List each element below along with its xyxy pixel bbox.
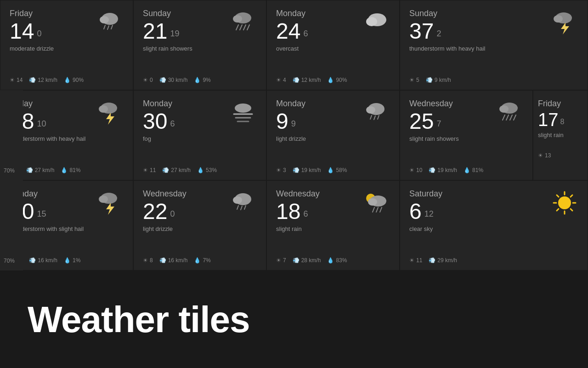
tile-day: Friday <box>10 9 54 18</box>
svg-line-10 <box>247 25 249 30</box>
svg-line-25 <box>370 115 372 119</box>
humidity-icon: 💧 <box>327 77 334 83</box>
svg-line-56 <box>557 209 559 211</box>
svg-line-53 <box>557 195 559 197</box>
weather-icon-sun <box>551 189 578 217</box>
wind-icon: 💨 <box>429 257 435 264</box>
tile-footer: ☀ 8 💨 16 km/h 💧 7% <box>143 257 257 264</box>
tile-day: Wednesday <box>143 189 187 199</box>
svg-point-17 <box>99 105 108 113</box>
uv-item: ☀ 14 <box>10 77 23 83</box>
svg-marker-15 <box>561 23 569 34</box>
tile-temp-low: 7 <box>436 119 441 129</box>
humidity-value: 90% <box>73 77 84 83</box>
tile-temp: 9 <box>276 110 288 132</box>
uv-value: 3 <box>283 167 286 173</box>
wind-item: 💨 16 km/h <box>29 257 57 264</box>
wind-icon: 💨 <box>426 77 433 83</box>
humidity-value: 90% <box>336 77 347 83</box>
weather-tile-r1c1: Friday 14 0 moderate drizzle <box>0 0 133 90</box>
tile-day: Monday <box>276 99 306 109</box>
tile-temp-low: 6 <box>303 29 308 39</box>
humidity-item: 💧 58% <box>327 167 347 173</box>
tile-temp: 18 <box>276 201 300 223</box>
tile-temp: 22 <box>143 201 167 223</box>
tile-footer: ☀ 10 💨 19 km/h 💧 81% <box>409 167 523 173</box>
wind-icon: 💨 <box>29 77 36 83</box>
tile-footer: ☀ 11 💨 29 km/h <box>409 257 578 264</box>
svg-line-55 <box>571 195 572 197</box>
svg-point-44 <box>368 198 377 206</box>
uv-item: ☀ 11 <box>143 167 156 173</box>
tile-temp: 17 <box>538 110 559 129</box>
wind-value: 19 km/h <box>301 167 321 173</box>
wind-item: 💨 27 km/h <box>26 167 55 173</box>
tile-desc: thunderstorm with heavy hail <box>409 45 485 52</box>
humidity-item: 💧 81% <box>464 167 483 173</box>
svg-point-12 <box>366 17 377 26</box>
svg-point-24 <box>366 106 375 114</box>
tile-day: Saturday <box>409 189 442 199</box>
weather-icon-sun-rain <box>362 189 390 217</box>
tile-day: Sunday <box>409 9 485 18</box>
weather-icon-drizzle3 <box>229 189 257 217</box>
wind-icon: 💨 <box>293 257 300 264</box>
tile-footer: ☀ 5 💨 9 km/h <box>409 77 578 83</box>
tile-temp: 25 <box>409 110 434 132</box>
humidity-value: 58% <box>336 167 347 173</box>
wind-item: 💨 28 km/h <box>293 257 321 264</box>
tile-temp-low: 0 <box>170 209 175 219</box>
uv-icon: ☀ <box>10 77 15 83</box>
humidity-item: 💧 90% <box>64 77 84 83</box>
weather-icon-thunder2 <box>96 99 124 126</box>
uv-value: 7 <box>283 257 286 264</box>
tile-temp-low: 6 <box>170 119 175 129</box>
tile-desc: slight rain showers <box>409 135 459 142</box>
tile-footer: ☀ 14 💨 12 km/h 💧 90% <box>10 77 124 83</box>
tile-temp: 6 <box>409 201 422 223</box>
weather-tile-r2c3: Monday 9 9 light drizzle <box>266 90 400 180</box>
wind-item: 💨 16 km/h <box>159 257 188 264</box>
svg-line-8 <box>240 25 242 30</box>
wind-icon: 💨 <box>159 257 166 264</box>
left-partial-r2: 70% <box>0 90 23 180</box>
tile-temp-low: 6 <box>303 209 308 219</box>
tile-day: Monday <box>143 99 175 109</box>
tile-day: Monday <box>276 9 308 18</box>
tile-desc: slight rain showers <box>143 45 192 52</box>
wind-item: 💨 12 km/h <box>29 77 57 83</box>
page-title: Weather tiles <box>28 299 249 341</box>
uv-value: 8 <box>150 257 153 264</box>
humidity-partial2: 70% <box>4 258 15 264</box>
svg-line-45 <box>373 207 374 212</box>
svg-point-6 <box>233 15 242 23</box>
uv-icon: ☀ <box>538 152 543 159</box>
wind-item: 💨 30 km/h <box>159 77 188 83</box>
weather-tile-r2c4: Wednesday 25 7 slight rain showers <box>400 90 533 180</box>
uv-icon: ☀ <box>276 167 281 173</box>
uv-value: 0 <box>150 77 153 83</box>
tile-day: Sunday <box>143 9 192 18</box>
wind-value: 16 km/h <box>168 257 188 264</box>
weather-icon-fog <box>229 99 257 126</box>
weather-icon-thunder <box>551 9 578 36</box>
wind-icon: 💨 <box>162 167 169 173</box>
weather-icon-drizzle2 <box>362 99 390 126</box>
svg-point-38 <box>233 196 242 204</box>
humidity-item: 💧 53% <box>197 167 217 173</box>
humidity-item: 💧 7% <box>194 257 210 264</box>
svg-line-33 <box>514 115 516 120</box>
tile-footer: ☀ 13 <box>538 152 583 159</box>
humidity-item: 💧 83% <box>327 257 347 264</box>
wind-icon: 💨 <box>429 167 435 173</box>
uv-icon: ☀ <box>143 167 148 173</box>
tile-footer: ☀ 5 💨 27 km/h 💧 81% <box>10 167 124 173</box>
wind-icon: 💨 <box>293 167 300 173</box>
tile-footer: ☀ 0 💨 30 km/h 💧 9% <box>143 77 257 83</box>
svg-line-31 <box>506 115 509 120</box>
weather-icon-overcast <box>362 9 390 36</box>
wind-value: 16 km/h <box>38 257 57 264</box>
tile-footer: ☀ 4 💨 12 km/h 💧 90% <box>276 77 390 83</box>
uv-item: ☀ 0 <box>143 77 153 83</box>
tile-temp: 24 <box>276 20 300 42</box>
